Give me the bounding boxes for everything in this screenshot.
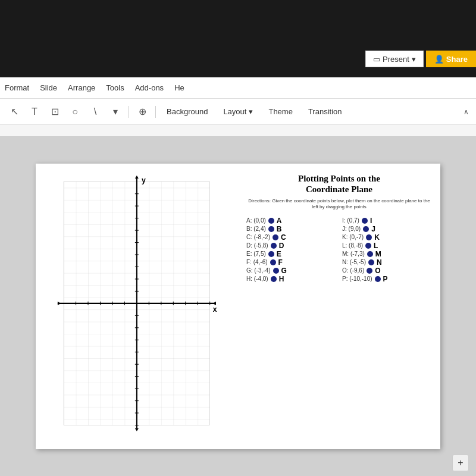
point-dot	[368, 259, 374, 265]
slide-directions: Directions: Given the coordinate points …	[246, 198, 432, 211]
menu-arrange[interactable]: Arrange	[68, 83, 95, 92]
transition-label: Transition	[308, 107, 342, 116]
list-item: C: (-8,-2) C	[246, 233, 336, 242]
point-dot	[268, 226, 274, 232]
list-item: N: (-5,-5) N	[342, 258, 432, 267]
present-icon: ▭	[373, 55, 380, 64]
list-item: M: (-7,3) M	[342, 250, 432, 258]
point-dot	[363, 226, 369, 232]
layout-label: Layout	[223, 107, 246, 116]
point-dot	[271, 243, 277, 249]
menu-help[interactable]: He	[174, 83, 184, 92]
theme-button[interactable]: Theme	[264, 105, 297, 118]
points-grid: A: (0,0) A B: (2,4) B C: (-8,-2) C	[246, 217, 432, 283]
line-icon[interactable]: \	[88, 105, 102, 119]
share-person-icon: 👤	[434, 55, 444, 64]
collapse-icon[interactable]: ∧	[464, 108, 469, 116]
list-item: D: (-5,8) D	[246, 242, 336, 250]
menu-addons[interactable]: Add-ons	[135, 83, 164, 92]
point-dot	[367, 268, 372, 274]
slide: y x	[36, 164, 440, 449]
separator-2	[155, 106, 156, 118]
present-label: Present	[383, 55, 409, 64]
expand-button[interactable]: +	[452, 455, 469, 471]
point-dot	[367, 251, 373, 257]
menu-bar: Format Slide Arrange Tools Add-ons He	[0, 77, 476, 99]
image-icon[interactable]: ⊡	[48, 105, 62, 119]
shape-icon[interactable]: ○	[68, 105, 82, 119]
background-label: Background	[167, 107, 208, 116]
share-button[interactable]: 👤 Share	[426, 51, 476, 67]
svg-marker-8	[135, 428, 139, 431]
list-item: J: (9,0) J	[342, 225, 432, 233]
theme-label: Theme	[268, 107, 292, 116]
coordinate-plane: y x	[36, 164, 238, 449]
svg-rect-0	[0, 125, 476, 137]
plus-icon[interactable]: ⊕	[135, 105, 149, 119]
share-label: Share	[446, 55, 468, 64]
present-dropdown-icon: ▾	[412, 55, 416, 64]
list-item: F: (4,-6) F	[246, 258, 336, 267]
point-dot	[270, 259, 276, 265]
toolbar: ↖ T ⊡ ○ \ ▾ ⊕ Background Layout ▾ Theme …	[0, 99, 476, 125]
point-dot	[365, 243, 371, 249]
list-item: G: (-3,-4) G	[246, 267, 336, 275]
svg-text:y: y	[142, 176, 146, 184]
list-item: A: (0,0) A	[246, 217, 336, 225]
transition-button[interactable]: Transition	[303, 105, 347, 118]
list-item: O: (-9,6) O	[342, 267, 432, 275]
menu-tools[interactable]: Tools	[106, 83, 124, 92]
right-panel: Plotting Points on the Coordinate Plane …	[238, 164, 440, 449]
menu-format[interactable]: Format	[5, 83, 29, 92]
present-share-bar: ▭ Present ▾ 👤 Share	[365, 51, 476, 67]
present-button[interactable]: ▭ Present ▾	[365, 51, 424, 67]
slide-title: Plotting Points on the Coordinate Plane	[246, 173, 432, 195]
points-right-column: I: (0,7) I J: (9,0) J K: (0,-7) K	[342, 217, 432, 283]
menu-slide[interactable]: Slide	[40, 83, 57, 92]
coordinate-grid-svg: y x	[48, 176, 232, 437]
layout-button[interactable]: Layout ▾	[218, 105, 258, 118]
ruler-svg	[0, 125, 476, 137]
point-dot	[271, 276, 277, 282]
point-dot	[268, 218, 274, 224]
text-icon[interactable]: T	[27, 105, 42, 119]
background-button[interactable]: Background	[162, 105, 212, 118]
point-dot	[268, 251, 274, 257]
svg-marker-6	[58, 302, 61, 305]
cursor-icon[interactable]: ↖	[7, 105, 21, 119]
point-dot	[375, 276, 381, 282]
dropdown-arrow-icon[interactable]: ▾	[108, 105, 123, 119]
point-dot	[362, 218, 368, 224]
list-item: H: (-4,0) H	[246, 275, 336, 283]
list-item: B: (2,4) B	[246, 225, 336, 233]
list-item: I: (0,7) I	[342, 217, 432, 225]
top-bar: ▭ Present ▾ 👤 Share	[0, 0, 476, 77]
point-dot	[366, 234, 372, 240]
layout-dropdown-icon: ▾	[249, 107, 253, 116]
separator-1	[129, 106, 129, 118]
svg-marker-5	[213, 302, 216, 305]
svg-marker-7	[135, 176, 139, 178]
list-item: P: (-10,-10) P	[342, 275, 432, 283]
points-left-column: A: (0,0) A B: (2,4) B C: (-8,-2) C	[246, 217, 336, 283]
svg-text:x: x	[213, 305, 217, 314]
content-area: y x	[0, 137, 476, 476]
ruler	[0, 125, 476, 137]
list-item: L: (8,-8) L	[342, 242, 432, 250]
point-dot	[273, 268, 279, 274]
list-item: K: (0,-7) K	[342, 233, 432, 242]
list-item: E: (7,5) E	[246, 250, 336, 258]
point-dot	[273, 234, 278, 240]
